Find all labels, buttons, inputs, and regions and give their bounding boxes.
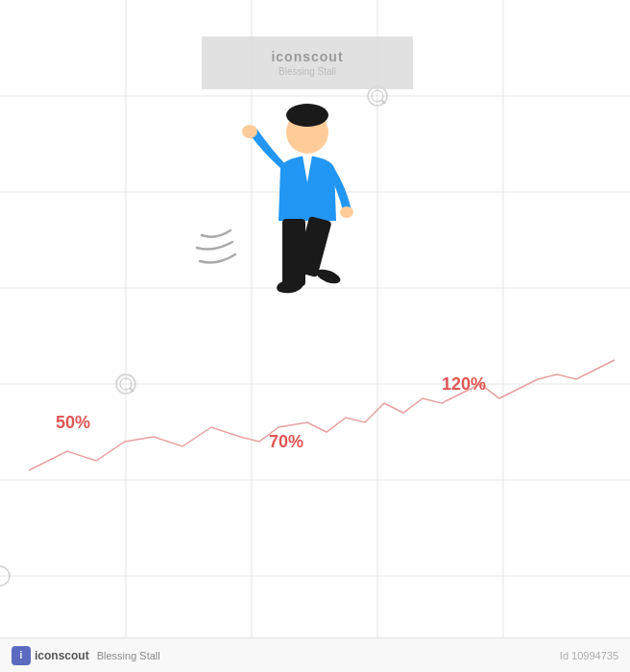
watermark-sub-text: Blessing Stall xyxy=(279,66,336,77)
percent-50-label: 50% xyxy=(56,413,90,433)
bottom-bar: i iconscout Blessing Stall Id 10994735 xyxy=(0,637,630,672)
svg-point-19 xyxy=(242,125,257,138)
watermark-logo-text: iconscout xyxy=(271,49,343,64)
bottom-logo-text: iconscout xyxy=(35,649,89,662)
iconscout-icon: i xyxy=(12,646,31,665)
bottom-asset-id: Id 10994735 xyxy=(560,650,618,661)
main-container: iconscout Blessing Stall xyxy=(0,0,630,672)
svg-point-20 xyxy=(340,206,353,218)
bottom-creator-label: Blessing Stall xyxy=(97,650,160,661)
svg-point-18 xyxy=(286,104,328,127)
bottom-logo: i iconscout xyxy=(12,646,89,665)
percent-120-label: 120% xyxy=(442,374,486,395)
percent-70-label: 70% xyxy=(269,432,303,452)
watermark-overlay: iconscout Blessing Stall xyxy=(202,36,413,89)
person-illustration xyxy=(221,96,375,326)
